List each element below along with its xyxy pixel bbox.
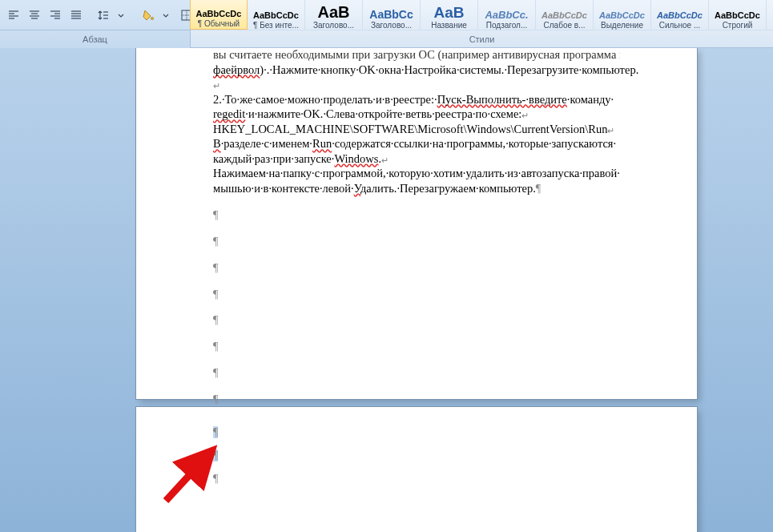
pilcrow-icon: ¶ [213, 393, 218, 405]
style-preview: AaBbCc. [485, 10, 528, 20]
style-item-9[interactable]: AaBbCcDcСтрогий [709, 0, 767, 30]
document-canvas[interactable]: вы считаете необходимыми при загрузки ОС… [0, 48, 773, 532]
style-preview: AaBbCcDc [657, 11, 703, 20]
pilcrow-icon: ¶ [213, 288, 218, 300]
style-caption: Название [422, 21, 476, 30]
empty-paragraph: ¶ [213, 312, 620, 328]
text-line: вы считаете необходимыми при загрузки ОС… [213, 48, 620, 62]
text-line: 2.·То·же·самое·можно·проделать·и·в·реест… [213, 92, 620, 107]
empty-paragraph: ¶ [213, 339, 620, 354]
style-caption: Заголово... [364, 21, 418, 30]
text-line: В·разделе·с·именем·Run·содержатся·ссылки… [213, 136, 620, 151]
empty-paragraph: ¶ [213, 260, 620, 276]
page-1: вы считаете необходимыми при загрузки ОС… [136, 48, 697, 399]
empty-paragraph: ¶ [213, 392, 620, 407]
align-justify-button[interactable] [67, 6, 85, 24]
style-caption: Слабое в... [537, 21, 591, 30]
empty-paragraph: ¶ [213, 234, 620, 249]
style-preview: AaBbCcDc [196, 10, 242, 18]
style-caption: ¶ Без инте... [249, 21, 303, 30]
empty-paragraph-selected: ¶ [213, 425, 620, 440]
text-line: мышью·и·в·контексте·левой·Удалить.·Перез… [213, 181, 620, 196]
style-preview: AaBbCcDc [599, 11, 645, 20]
pilcrow-icon: ¶ [213, 426, 218, 438]
empty-paragraph: ¶ [213, 471, 620, 486]
paragraph-group-label: Абзац [0, 30, 190, 48]
pilcrow-icon: ¶ [213, 367, 218, 379]
style-item-7[interactable]: AaBbCcDcВыделение [594, 0, 651, 30]
style-item-3[interactable]: AaBbCcЗаголово... [363, 0, 421, 30]
style-preview: AaBbCcDc [715, 11, 760, 20]
style-preview: AaB [433, 5, 464, 20]
text-line: фаейрвол)·.·Нажмите·кнопку·OK·окна·Настр… [213, 62, 620, 92]
style-item-6[interactable]: AaBbCcDcСлабое в... [536, 0, 594, 30]
pilcrow-icon: ¶ [213, 262, 218, 274]
style-item-4[interactable]: AaBНазвание [421, 0, 478, 30]
text-line: HKEY_LOCAL_MACHINE\SOFTWARE\Microsoft\Wi… [213, 122, 620, 137]
style-caption: ¶ Обычный [192, 19, 245, 28]
empty-paragraph: ¶ [213, 208, 620, 223]
text-line: каждый·раз·при·запуске·Windows.↵ [213, 151, 620, 167]
align-center-button[interactable] [26, 6, 43, 24]
line-break-mark: ↵ [607, 125, 614, 136]
pilcrow-icon: ¶ [213, 314, 218, 326]
shading-dropdown[interactable] [157, 6, 175, 24]
align-right-button[interactable] [46, 6, 64, 24]
style-preview: AaBbCcDc [253, 11, 299, 20]
text-line: Нажимаем·на·папку·с·программой,·которую·… [213, 166, 620, 181]
style-item-8[interactable]: AaBbCcDcСильное ... [651, 0, 709, 30]
pilcrow-icon: ¶ [213, 209, 218, 221]
line-spacing-button[interactable] [95, 6, 112, 24]
text-line: regedit·и·нажмите·OK.·Слева·откройте·вет… [213, 107, 620, 122]
line-break-mark: ↵ [521, 110, 529, 121]
style-preview: AaBbCc [369, 9, 413, 20]
paragraph-group: Абзац [0, 0, 191, 48]
line-break-mark: ↵ [381, 155, 389, 166]
shading-button[interactable] [139, 6, 157, 24]
style-caption: Подзагол... [480, 21, 533, 30]
svg-point-19 [151, 17, 154, 19]
pilcrow-icon: ¶ [213, 449, 218, 461]
align-left-button[interactable] [5, 6, 22, 24]
pilcrow-icon: ¶ [213, 236, 218, 248]
style-item-0[interactable]: AaBbCcDc¶ Обычный [190, 0, 248, 30]
page-2: ¶ ¶ ¶ [136, 407, 697, 532]
styles-group-label: Стили [191, 30, 773, 48]
style-caption: Заголово... [307, 21, 360, 30]
line-break-mark: ↵ [213, 80, 220, 91]
style-caption: Выделение [595, 21, 649, 30]
empty-paragraph-selected: ¶ [213, 448, 620, 463]
style-preview: AaBbCcDc [542, 11, 587, 20]
style-preview: AaB [317, 4, 349, 20]
line-spacing-dropdown[interactable] [112, 6, 130, 24]
style-item-5[interactable]: AaBbCc.Подзагол... [478, 0, 536, 30]
empty-paragraph: ¶ [213, 365, 620, 381]
style-item-2[interactable]: AaBЗаголово... [305, 0, 363, 30]
styles-gallery[interactable]: AaBbCcDc¶ ОбычныйAaBbCcDc¶ Без инте...Aa… [191, 0, 773, 30]
style-item-1[interactable]: AaBbCcDc¶ Без инте... [248, 0, 305, 30]
empty-paragraph: ¶ [213, 287, 620, 302]
style-caption: Сильное ... [653, 21, 707, 30]
pilcrow-icon: ¶ [213, 473, 218, 485]
pilcrow-icon: ¶ [213, 341, 218, 353]
styles-group: AaBbCcDc¶ ОбычныйAaBbCcDc¶ Без инте...Aa… [191, 0, 773, 48]
style-caption: Строгий [711, 21, 764, 30]
pilcrow-icon: ¶ [536, 183, 541, 195]
